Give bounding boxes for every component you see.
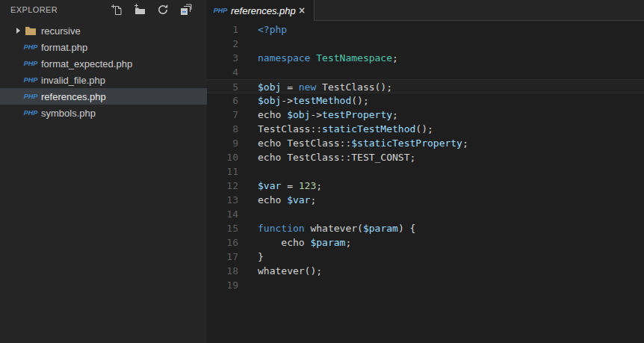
php-file-icon: PHP: [25, 60, 37, 67]
line-number[interactable]: 3: [207, 51, 238, 65]
code-editor[interactable]: 1<?php23namespace TestNamespace;45$obj =…: [207, 21, 644, 343]
line-number[interactable]: 1: [207, 22, 238, 37]
collapse-all-icon[interactable]: [179, 2, 193, 17]
file-item-label: references.php: [41, 91, 106, 102]
file-item-label: format.php: [41, 42, 87, 53]
line-number[interactable]: 18: [207, 264, 238, 278]
code-text: <?php: [258, 22, 287, 37]
refresh-icon[interactable]: [155, 2, 170, 17]
php-file-icon: PHP: [25, 93, 37, 100]
tab-label: references.php: [231, 5, 296, 16]
code-line-15[interactable]: 15function whatever($param) {: [207, 221, 644, 235]
code-text: echo $var;: [258, 193, 316, 207]
explorer-actions: [109, 2, 193, 17]
code-text: function whatever($param) {: [258, 221, 415, 235]
code-line-4[interactable]: 4: [207, 65, 644, 79]
vscode-window: EXPLORER recursivePHPformat.phpPHPformat…: [0, 0, 644, 343]
code-text: whatever();: [258, 264, 322, 278]
code-line-10[interactable]: 10echo TestClass::TEST_CONST;: [207, 150, 644, 164]
code-text: $obj = new TestClass();: [258, 80, 392, 93]
code-line-11[interactable]: 11: [207, 164, 644, 179]
folder-item-recursive[interactable]: recursive: [0, 22, 207, 39]
new-file-icon[interactable]: [109, 2, 124, 17]
code-line-1[interactable]: 1<?php: [207, 22, 644, 37]
file-item-format-expected-php[interactable]: PHPformat_expected.php: [0, 55, 207, 72]
file-item-label: symbols.php: [41, 108, 96, 119]
code-line-6[interactable]: 6$obj->testMethod();: [207, 93, 644, 108]
code-line-9[interactable]: 9echo TestClass::$staticTestProperty;: [207, 136, 644, 150]
php-file-icon: PHP: [25, 109, 37, 117]
code-line-13[interactable]: 13echo $var;: [207, 193, 644, 207]
php-file-icon: PHP: [25, 76, 37, 84]
code-text: }: [258, 250, 264, 264]
code-line-17[interactable]: 17}: [207, 250, 644, 264]
line-number[interactable]: 12: [207, 179, 238, 193]
explorer-header: EXPLORER: [0, 0, 207, 19]
code-line-7[interactable]: 7echo $obj->testProperty;: [207, 108, 644, 122]
line-number[interactable]: 9: [207, 136, 238, 150]
line-number[interactable]: 4: [207, 65, 238, 79]
file-item-format-php[interactable]: PHPformat.php: [0, 39, 207, 55]
code-text: echo TestClass::TEST_CONST;: [258, 150, 415, 164]
php-file-icon: PHP: [25, 43, 37, 51]
code-text: echo $param;: [258, 235, 351, 250]
code-line-8[interactable]: 8TestClass::staticTestMethod();: [207, 122, 644, 136]
line-number[interactable]: 8: [207, 122, 238, 136]
code-line-16[interactable]: 16 echo $param;: [207, 235, 644, 250]
line-number[interactable]: 11: [207, 164, 238, 179]
line-number[interactable]: 6: [207, 93, 238, 108]
code-text: echo TestClass::$staticTestProperty;: [258, 136, 468, 150]
code-line-2[interactable]: 2: [207, 37, 644, 51]
tab-references-php[interactable]: PHP references.php ×: [207, 0, 314, 21]
code-line-5[interactable]: 5$obj = new TestClass();: [207, 79, 644, 93]
line-number[interactable]: 10: [207, 150, 238, 164]
line-number[interactable]: 2: [207, 37, 238, 51]
file-item-label: recursive: [41, 25, 81, 37]
new-folder-icon[interactable]: [132, 2, 147, 17]
line-number[interactable]: 17: [207, 250, 238, 264]
editor-group: PHP references.php × 1<?php23namespace T…: [207, 0, 644, 343]
explorer-sidebar: EXPLORER recursivePHPformat.phpPHPformat…: [0, 0, 207, 343]
tab-bar-empty-space: [314, 0, 644, 21]
line-number[interactable]: 16: [207, 235, 238, 250]
file-item-invalid-file-php[interactable]: PHPinvalid_file.php: [0, 72, 207, 88]
line-number[interactable]: 15: [207, 221, 238, 235]
code-line-3[interactable]: 3namespace TestNamespace;: [207, 51, 644, 65]
code-text: $var = 123;: [258, 179, 322, 193]
file-item-label: invalid_file.php: [41, 75, 105, 86]
line-number[interactable]: 14: [207, 207, 238, 221]
line-number[interactable]: 7: [207, 108, 238, 122]
code-text: TestClass::staticTestMethod();: [258, 122, 433, 136]
chevron-right-icon[interactable]: [16, 28, 20, 34]
tab-bar: PHP references.php ×: [207, 0, 644, 21]
code-line-14[interactable]: 14: [207, 207, 644, 221]
code-line-18[interactable]: 18whatever();: [207, 264, 644, 278]
file-item-label: format_expected.php: [41, 58, 132, 69]
code-text: namespace TestNamespace;: [258, 51, 398, 65]
close-icon[interactable]: ×: [296, 5, 308, 16]
folder-icon: [25, 25, 37, 37]
file-item-references-php[interactable]: PHPreferences.php: [0, 88, 207, 105]
code-text: $obj->testMethod();: [258, 93, 369, 108]
line-number[interactable]: 19: [207, 278, 238, 292]
file-item-symbols-php[interactable]: PHPsymbols.php: [0, 105, 207, 121]
explorer-file-list: recursivePHPformat.phpPHPformat_expected…: [0, 19, 207, 121]
php-file-icon: PHP: [214, 7, 226, 14]
line-number[interactable]: 13: [207, 193, 238, 207]
code-text: echo $obj->testProperty;: [258, 108, 398, 122]
explorer-title: EXPLORER: [10, 5, 109, 14]
code-line-19[interactable]: 19: [207, 278, 644, 292]
code-line-12[interactable]: 12$var = 123;: [207, 179, 644, 193]
line-number[interactable]: 5: [207, 80, 238, 93]
